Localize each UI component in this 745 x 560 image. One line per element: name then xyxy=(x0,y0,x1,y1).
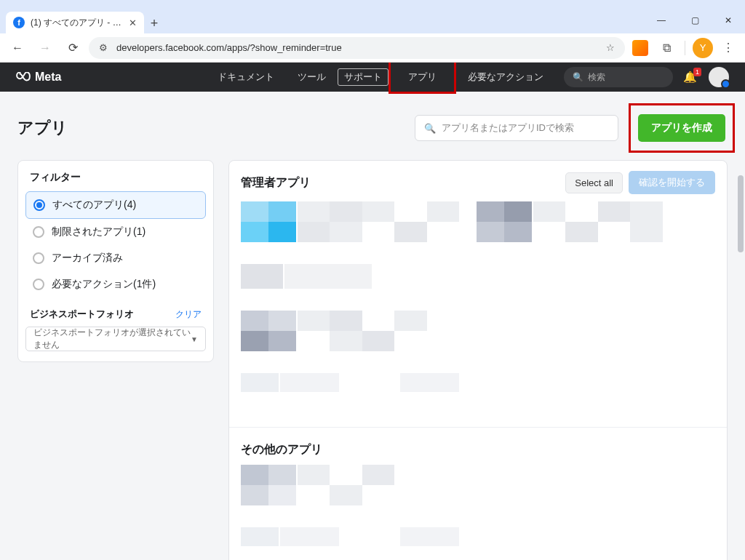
tab-strip: f (1) すべてのアプリ - Meta for D ✕ + — ▢ ✕ xyxy=(0,9,745,33)
scroll-thumb[interactable] xyxy=(738,175,744,252)
search-icon: 🔍 xyxy=(573,72,583,82)
notification-badge: 1 xyxy=(693,68,701,76)
forward-button[interactable]: → xyxy=(33,36,57,60)
clear-portfolio-link[interactable]: クリア xyxy=(175,308,202,321)
filter-archived[interactable]: アーカイブ済み xyxy=(25,245,206,271)
app-card[interactable] xyxy=(241,527,459,546)
extensions-icon[interactable]: ⧉ xyxy=(656,37,677,59)
app-name-redacted xyxy=(284,264,430,289)
app-icon xyxy=(477,201,532,242)
app-card[interactable] xyxy=(241,201,459,242)
app-icon xyxy=(241,201,296,242)
app-name-redacted xyxy=(533,201,695,242)
app-card[interactable] xyxy=(241,465,459,505)
portfolio-select[interactable]: ビジネスポートフォリオが選択されていません ▼ xyxy=(25,327,206,351)
app-icon xyxy=(241,465,296,505)
app-name-redacted xyxy=(298,465,459,505)
facebook-sub-badge-icon xyxy=(721,79,730,89)
filter-label: すべてのアプリ(4) xyxy=(52,199,136,212)
header-search[interactable]: 🔍 検索 xyxy=(564,67,673,87)
other-apps-heading: その他のアプリ xyxy=(241,442,715,457)
app-icon xyxy=(241,311,296,351)
chevron-down-icon: ▼ xyxy=(191,335,198,343)
nav-required-actions[interactable]: 必要なアクション xyxy=(456,63,555,92)
app-name-redacted xyxy=(298,311,459,351)
filter-label: 必要なアクション(1件) xyxy=(52,278,156,291)
filter-sidebar: フィルター すべてのアプリ(4) 制限されたアプリ(1) アーカイブ済み xyxy=(17,160,214,362)
back-button[interactable]: ← xyxy=(6,36,29,60)
app-name-redacted xyxy=(280,373,459,392)
window-titlebar xyxy=(0,0,745,9)
browser-tab[interactable]: f (1) すべてのアプリ - Meta for D ✕ xyxy=(6,12,144,33)
filter-label: 制限されたアプリ(1) xyxy=(52,225,146,239)
app-icon xyxy=(241,264,283,289)
meta-header: Meta ドキュメント ツール サポート アプリ 必要なアクション 🔍 検索 🔔… xyxy=(0,63,745,92)
portfolio-heading: ビジネスポートフォリオ xyxy=(30,308,134,321)
nav-apps[interactable]: アプリ xyxy=(389,63,456,94)
filter-label: アーカイブ済み xyxy=(52,252,123,265)
radio-off-icon xyxy=(33,279,44,290)
nav-support[interactable]: サポート xyxy=(338,68,389,86)
url-field[interactable]: ⚙ developers.facebook.com/apps/?show_rem… xyxy=(89,37,625,59)
nav-tools[interactable]: ツール xyxy=(286,63,338,92)
app-search-input[interactable]: 🔍 アプリ名またはアプリIDで検索 xyxy=(415,115,618,141)
page-viewport: Meta ドキュメント ツール サポート アプリ 必要なアクション 🔍 検索 🔔… xyxy=(0,63,745,560)
app-card[interactable] xyxy=(241,264,430,289)
user-avatar[interactable] xyxy=(709,67,729,87)
create-app-highlight: アプリを作成 xyxy=(629,103,735,153)
app-icon xyxy=(241,527,279,546)
extension-metamask-icon[interactable] xyxy=(629,37,651,59)
filter-restricted[interactable]: 制限されたアプリ(1) xyxy=(25,219,206,245)
radio-on-icon xyxy=(33,199,45,211)
start-verify-button[interactable]: 確認を開始する xyxy=(629,171,715,194)
meta-infinity-icon xyxy=(16,72,31,82)
header-search-placeholder: 検索 xyxy=(588,71,605,84)
app-name-redacted xyxy=(280,527,459,546)
new-tab-button[interactable]: + xyxy=(144,13,164,33)
chrome-profile-avatar[interactable]: Y xyxy=(693,38,713,58)
app-icon xyxy=(241,373,279,392)
filter-all-apps[interactable]: すべてのアプリ(4) xyxy=(25,191,206,219)
close-tab-icon[interactable]: ✕ xyxy=(129,17,137,28)
app-name-redacted xyxy=(298,201,459,242)
tab-title: (1) すべてのアプリ - Meta for D xyxy=(31,17,123,29)
app-card[interactable] xyxy=(477,201,695,242)
meta-logo[interactable]: Meta xyxy=(16,71,61,84)
reload-button[interactable]: ⟳ xyxy=(61,36,84,60)
nav-docs[interactable]: ドキュメント xyxy=(206,63,286,92)
admin-apps-heading: 管理者アプリ xyxy=(241,175,565,191)
app-search-placeholder: アプリ名またはアプリIDで検索 xyxy=(442,121,574,135)
section-divider xyxy=(229,427,727,428)
other-apps-grid xyxy=(241,465,715,546)
apps-panel: 管理者アプリ Select all 確認を開始する xyxy=(228,160,728,560)
window-minimize-button[interactable]: — xyxy=(645,9,678,32)
radio-off-icon xyxy=(33,226,44,238)
select-all-button[interactable]: Select all xyxy=(565,172,623,193)
search-icon: 🔍 xyxy=(424,123,436,134)
window-maximize-button[interactable]: ▢ xyxy=(678,9,712,32)
filter-required-actions[interactable]: 必要なアクション(1件) xyxy=(25,271,206,297)
radio-off-icon xyxy=(33,252,44,264)
portfolio-placeholder: ビジネスポートフォリオが選択されていません xyxy=(33,327,191,351)
window-close-button[interactable]: ✕ xyxy=(712,9,745,32)
site-settings-icon[interactable]: ⚙ xyxy=(97,42,109,53)
filter-heading: フィルター xyxy=(25,171,206,191)
address-bar: ← → ⟳ ⚙ developers.facebook.com/apps/?sh… xyxy=(0,33,745,63)
app-card[interactable] xyxy=(241,373,459,392)
create-app-button[interactable]: アプリを作成 xyxy=(638,114,725,142)
page-title: アプリ xyxy=(17,117,415,139)
chrome-menu-icon[interactable]: ⋮ xyxy=(717,37,739,59)
url-text: developers.facebook.com/apps/?show_remin… xyxy=(116,42,597,53)
separator xyxy=(685,41,685,55)
meta-brand-text: Meta xyxy=(35,71,61,84)
scrollbar[interactable] xyxy=(736,175,745,557)
app-card[interactable] xyxy=(241,311,459,351)
bookmark-star-icon[interactable]: ☆ xyxy=(605,42,616,53)
facebook-favicon-icon: f xyxy=(13,17,25,28)
notification-bell-icon[interactable]: 🔔 1 xyxy=(683,71,697,84)
admin-apps-grid xyxy=(241,201,715,392)
